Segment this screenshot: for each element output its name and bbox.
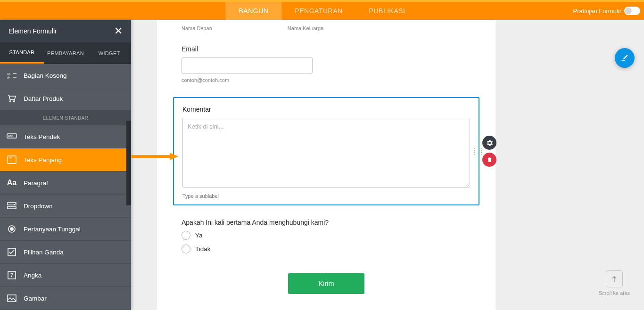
email-hint: contoh@contoh.com [182, 77, 471, 83]
element-paragraph[interactable]: Aa Paragraf [0, 171, 131, 195]
sublabel-last-name: Nama Keluarga [288, 25, 323, 31]
svg-rect-8 [8, 156, 16, 163]
field-delete-button[interactable] [482, 153, 496, 167]
svg-text:Ab: Ab [7, 73, 11, 75]
element-label: Dropdown [24, 203, 53, 210]
element-label: Pertanyaan Tunggal [24, 226, 81, 233]
sidebar-tab-widget[interactable]: WIDGET [87, 42, 131, 64]
preview-label: Pratinjau Formulir [573, 8, 621, 15]
scroll-top-label: Scroll ke atas [599, 290, 630, 296]
element-number[interactable]: 7 Angka [0, 264, 131, 287]
svg-point-4 [10, 101, 11, 102]
arrow-up-icon [606, 270, 623, 287]
checkbox-icon [0, 248, 24, 256]
element-label: Gambar [24, 295, 47, 302]
scroll-to-top[interactable]: Scroll ke atas [599, 270, 630, 296]
submit-button[interactable]: Kirim [288, 273, 364, 294]
short-text-icon: ABC [0, 133, 24, 140]
element-long-text[interactable]: Teks Panjang [0, 148, 131, 171]
email-field-block[interactable]: Email contoh@contoh.com [157, 45, 495, 83]
sidebar-scrollbar[interactable] [126, 121, 131, 205]
radio-circle-icon[interactable] [182, 231, 190, 240]
section-icon: Abgh [0, 72, 24, 79]
element-label: Pilihan Ganda [24, 249, 64, 256]
builder-tabs: BANGUN PENGATURAN PUBLIKASI [226, 2, 419, 20]
number-icon: 7 [0, 271, 24, 279]
form-canvas: Nama Depan Nama Keluarga Email contoh@co… [131, 20, 644, 310]
svg-text:7: 7 [10, 272, 13, 278]
top-bar: BANGUN PENGATURAN PUBLIKASI Pratinjau Fo… [0, 2, 644, 20]
element-multiple-choice[interactable]: Pilihan Ganda [0, 241, 131, 264]
email-input[interactable] [182, 57, 313, 73]
element-label: Bagian Kosong [24, 72, 67, 79]
comment-field-selected[interactable]: Komentar ⋮⋮⋮⋮ [173, 97, 479, 205]
radio-circle-icon[interactable] [182, 245, 190, 253]
element-label: Paragraf [24, 179, 48, 187]
element-empty-section[interactable]: Abgh Bagian Kosong [0, 64, 131, 87]
image-icon [0, 294, 24, 302]
preview-toggle[interactable] [624, 7, 640, 15]
long-text-icon [0, 155, 24, 164]
sublabel-first-name: Nama Depan [182, 25, 212, 31]
element-label: Angka [24, 272, 41, 279]
form-card: Nama Depan Nama Keluarga Email contoh@co… [157, 20, 495, 310]
sidebar-title: Elemen Formulir [8, 27, 57, 35]
radio-label: Ya [195, 232, 203, 239]
sidebar-header: Elemen Formulir ✕ [0, 20, 131, 42]
svg-point-13 [10, 228, 13, 230]
svg-text:gh: gh [7, 76, 10, 79]
designer-fab[interactable] [615, 48, 635, 68]
radio-icon [0, 224, 24, 234]
dropdown-icon [0, 202, 24, 210]
radio-option-no[interactable]: Tidak [182, 245, 471, 253]
close-icon[interactable]: ✕ [114, 26, 123, 36]
svg-rect-17 [8, 295, 16, 302]
element-label: Daftar Produk [24, 95, 63, 102]
element-label: Teks Panjang [24, 156, 62, 163]
sidebar-tab-standard[interactable]: STANDAR [0, 42, 44, 64]
email-label: Email [182, 45, 471, 53]
tab-build[interactable]: BANGUN [226, 2, 282, 20]
radio-label: Tidak [195, 245, 211, 253]
element-dropdown[interactable]: Dropdown [0, 195, 131, 218]
elements-sidebar: Elemen Formulir ✕ STANDAR PEMBAYARAN WID… [0, 20, 131, 310]
sublabel-input[interactable] [182, 193, 470, 199]
radio-option-yes[interactable]: Ya [182, 231, 471, 240]
paragraph-icon: Aa [0, 179, 24, 187]
sidebar-section-header: ELEMEN STANDAR [0, 110, 131, 125]
element-product-list[interactable]: Daftar Produk [0, 87, 131, 110]
field-tools [482, 136, 496, 167]
sidebar-list: Abgh Bagian Kosong Daftar Produk ELEMEN … [0, 64, 131, 310]
sidebar-tabs: STANDAR PEMBAYARAN WIDGET [0, 42, 131, 64]
preview-switch-area: Pratinjau Formulir [573, 7, 644, 15]
svg-point-5 [14, 101, 15, 102]
question-field-block[interactable]: Apakah Ini kali pertama Anda menghubungi… [157, 219, 495, 253]
comment-label: Komentar [182, 106, 470, 113]
comment-textarea[interactable] [182, 118, 470, 188]
svg-rect-11 [8, 206, 16, 209]
element-single-choice[interactable]: Pertanyaan Tunggal [0, 218, 131, 241]
cart-icon [0, 94, 24, 103]
svg-text:ABC: ABC [8, 135, 13, 138]
element-short-text[interactable]: ABC Teks Pendek [0, 125, 131, 148]
element-image[interactable]: Gambar [0, 287, 131, 310]
question-label: Apakah Ini kali pertama Anda menghubungi… [182, 219, 471, 226]
tab-publish[interactable]: PUBLIKASI [356, 2, 419, 20]
field-settings-button[interactable] [482, 136, 496, 150]
tab-settings[interactable]: PENGATURAN [281, 2, 355, 20]
sidebar-tab-payment[interactable]: PEMBAYARAN [44, 42, 88, 64]
element-label: Teks Pendek [24, 133, 60, 140]
